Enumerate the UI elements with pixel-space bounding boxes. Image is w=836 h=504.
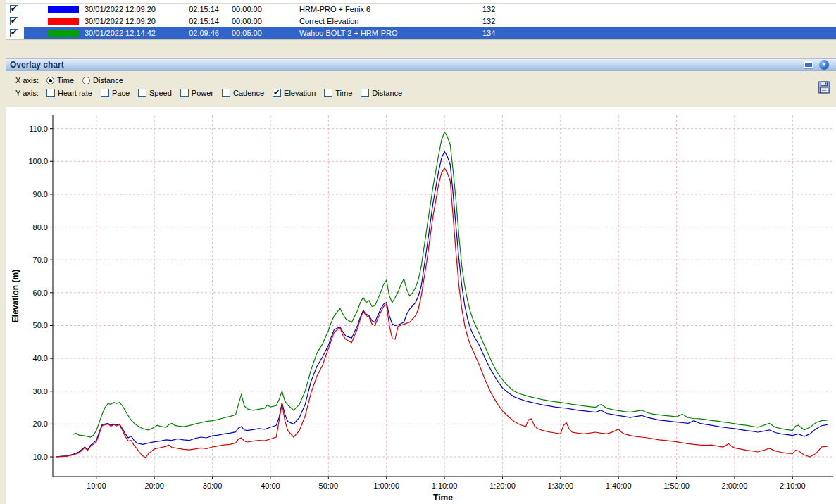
svg-text:80.0: 80.0 (33, 223, 48, 232)
x-axis-option-distance[interactable]: Distance (82, 76, 123, 84)
pace-checkbox[interactable] (101, 89, 109, 97)
svg-text:40:00: 40:00 (261, 481, 280, 490)
power-label: Power (192, 89, 213, 97)
row-visible-checkbox[interactable] (10, 29, 18, 37)
elevation-checkbox[interactable] (273, 89, 281, 97)
distance-radio-label: Distance (93, 76, 123, 84)
cadence-label: Cadence (233, 89, 264, 97)
svg-text:30:00: 30:00 (203, 481, 223, 490)
time-checkbox-label: Time (335, 89, 352, 97)
row-visible-checkbox[interactable] (10, 17, 18, 25)
activity-duration: 02:15:14 (184, 5, 220, 13)
activity-name: Correct Elevation (288, 17, 471, 25)
activity-offset: 00:05:00 (220, 29, 288, 37)
svg-text:10.0: 10.0 (33, 453, 48, 461)
activity-row-content[interactable]: 30/01/2022 12:09:20 02:15:14 00:00:00 HR… (24, 4, 836, 15)
collapse-panel-icon[interactable]: ▼ (819, 60, 829, 70)
activity-table: 30/01/2022 12:09:20 02:15:14 00:00:00 HR… (6, 0, 836, 40)
y-axis-label: Y axis: (15, 89, 46, 97)
y-axis-option-power[interactable]: Power (180, 89, 213, 97)
series-color-swatch (48, 18, 79, 25)
svg-text:90.0: 90.0 (33, 190, 48, 199)
svg-text:100.0: 100.0 (28, 157, 48, 165)
header-icons: ▼ (804, 60, 829, 70)
cadence-checkbox[interactable] (222, 89, 230, 97)
activity-date: 30/01/2022 12:14:42 (82, 29, 184, 37)
distance-checkbox-label: Distance (372, 89, 402, 97)
section-title: Overlay chart (10, 60, 804, 70)
svg-text:1:30:00: 1:30:00 (547, 481, 573, 490)
y-axis-option-elevation[interactable]: Elevation (273, 89, 316, 97)
pace-label: Pace (112, 89, 130, 97)
activity-value: 134 (471, 29, 556, 37)
activity-date: 30/01/2022 12:09:20 (82, 17, 184, 25)
svg-text:1:40:00: 1:40:00 (606, 481, 632, 490)
svg-text:Time: Time (433, 493, 453, 503)
activity-duration: 02:15:14 (184, 17, 220, 25)
time-radio[interactable] (46, 77, 54, 84)
x-axis-label: X axis: (15, 76, 46, 84)
svg-text:70.0: 70.0 (33, 256, 48, 264)
save-chart-icon[interactable] (818, 81, 830, 94)
y-axis-option-pace[interactable]: Pace (101, 89, 130, 97)
heart-rate-checkbox[interactable] (46, 89, 55, 97)
activity-row-content[interactable]: 30/01/2022 12:09:20 02:15:14 00:00:00 Co… (24, 15, 836, 27)
svg-text:40.0: 40.0 (33, 354, 48, 363)
speed-label: Speed (149, 89, 172, 97)
row-visible-checkbox[interactable] (10, 5, 18, 13)
y-axis-option-speed[interactable]: Speed (138, 89, 172, 97)
speed-checkbox[interactable] (138, 89, 146, 97)
elevation-label: Elevation (284, 89, 316, 97)
axis-controls: X axis: Time Distance Y axis: Heart rate… (6, 71, 836, 103)
activity-offset: 00:00:00 (220, 5, 288, 13)
svg-text:10:00: 10:00 (87, 481, 106, 490)
svg-text:1:50:00: 1:50:00 (663, 481, 690, 490)
svg-text:2:00:00: 2:00:00 (722, 481, 748, 490)
activity-row-content-selected[interactable]: 30/01/2022 12:14:42 02:09:46 00:05:00 Wa… (24, 27, 836, 39)
svg-text:50:00: 50:00 (319, 481, 339, 490)
time-checkbox[interactable] (324, 89, 332, 97)
y-axis-option-cadence[interactable]: Cadence (222, 89, 264, 97)
svg-text:1:10:00: 1:10:00 (432, 481, 458, 490)
activity-name: HRM-PRO + Fenix 6 (288, 5, 471, 13)
activity-duration: 02:09:46 (184, 29, 220, 37)
row-checkbox-cell (6, 4, 24, 15)
svg-text:1:20:00: 1:20:00 (489, 481, 516, 490)
series-color-swatch (48, 30, 79, 37)
time-radio-label: Time (57, 76, 74, 84)
series-color-swatch (48, 6, 79, 13)
panel-layout-icon[interactable] (804, 61, 813, 69)
table-row: 30/01/2022 12:09:20 02:15:14 00:00:00 Co… (6, 15, 836, 27)
layout-icon-bar (805, 65, 812, 67)
activity-offset: 00:00:00 (220, 17, 288, 25)
svg-text:50.0: 50.0 (33, 321, 48, 329)
overlay-plugin-window: 30/01/2022 12:09:20 02:15:14 00:00:00 HR… (0, 0, 836, 504)
y-axis-option-heart-rate[interactable]: Heart rate (46, 89, 92, 97)
overlay-elevation-chart[interactable]: 10.020.030.040.050.060.070.080.090.0100.… (6, 107, 836, 504)
distance-checkbox[interactable] (361, 89, 369, 97)
row-checkbox-cell (6, 27, 24, 39)
activity-name: Wahoo BOLT 2 + HRM-PRO (288, 29, 471, 37)
svg-text:1:00:00: 1:00:00 (373, 481, 399, 490)
x-axis-option-time[interactable]: Time (46, 76, 74, 84)
power-checkbox[interactable] (180, 89, 189, 97)
y-axis-row: Y axis: Heart rate Pace Speed Power Cade… (15, 87, 836, 99)
overlay-chart-header: Overlay chart ▼ (6, 58, 836, 71)
svg-text:110.0: 110.0 (29, 125, 48, 133)
activity-value: 132 (471, 17, 556, 25)
chart-area: 10.020.030.040.050.060.070.080.090.0100.… (6, 107, 836, 504)
svg-text:20:00: 20:00 (144, 481, 164, 490)
spacer (6, 40, 836, 58)
svg-text:2:10:00: 2:10:00 (780, 481, 806, 490)
layout-icon-bar (805, 63, 812, 65)
svg-text:60.0: 60.0 (33, 289, 48, 297)
table-row: 30/01/2022 12:14:42 02:09:46 00:05:00 Wa… (6, 27, 836, 39)
distance-radio[interactable] (82, 77, 90, 84)
table-row: 30/01/2022 12:09:20 02:15:14 00:00:00 HR… (6, 4, 836, 15)
row-checkbox-cell (6, 15, 24, 27)
x-axis-row: X axis: Time Distance (15, 75, 836, 86)
svg-text:Elevation (m): Elevation (m) (11, 270, 20, 322)
activity-value: 132 (471, 5, 556, 13)
y-axis-option-time[interactable]: Time (324, 89, 352, 97)
y-axis-option-distance[interactable]: Distance (361, 89, 402, 97)
